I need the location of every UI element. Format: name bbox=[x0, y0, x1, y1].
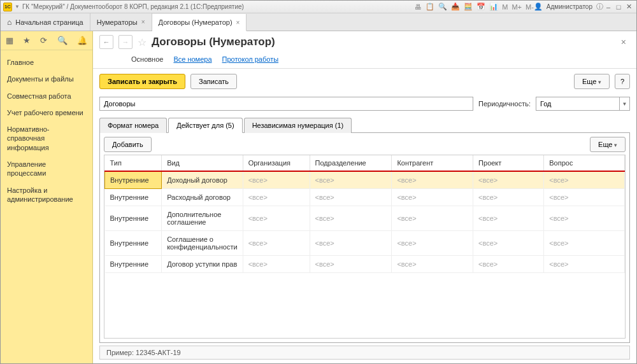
column-header[interactable]: Организация bbox=[243, 155, 310, 171]
window-close[interactable]: ✕ bbox=[624, 3, 634, 11]
cell-all[interactable]: <все> bbox=[544, 206, 625, 231]
sidebar-item[interactable]: Нормативно-справочная информация bbox=[1, 121, 92, 156]
sidebar-icon[interactable]: 🔔 bbox=[77, 36, 87, 45]
help-button[interactable]: ? bbox=[615, 74, 630, 89]
toolbar-icon[interactable]: 🧮 bbox=[464, 3, 473, 11]
cell-all[interactable]: <все> bbox=[243, 189, 310, 206]
cell-all[interactable]: <все> bbox=[473, 231, 544, 256]
cell-all[interactable]: <все> bbox=[392, 189, 473, 206]
dropdown-arrow-icon[interactable]: ▼ bbox=[619, 97, 629, 110]
cell-type[interactable]: Внутренние bbox=[105, 171, 162, 189]
column-header[interactable]: Проект bbox=[473, 155, 544, 171]
cell-all[interactable]: <все> bbox=[473, 206, 544, 231]
cell-all[interactable]: <все> bbox=[473, 189, 544, 206]
cell-all[interactable]: <все> bbox=[310, 171, 392, 189]
cell-all[interactable]: <все> bbox=[392, 256, 473, 273]
app-menu-dropdown[interactable]: ▼ bbox=[15, 4, 20, 10]
info-icon[interactable]: ⓘ bbox=[596, 2, 603, 11]
cell-all[interactable]: <все> bbox=[243, 256, 310, 273]
save-close-button[interactable]: Записать и закрыть bbox=[99, 74, 185, 89]
cell-type[interactable]: Внутренние bbox=[105, 189, 162, 206]
cell-all[interactable]: <все> bbox=[544, 256, 625, 273]
cell-type[interactable]: Внутренние bbox=[105, 206, 162, 231]
sidebar-icon[interactable]: ▦ bbox=[6, 36, 13, 45]
table-row[interactable]: ВнутренниеДополнительное соглашение<все>… bbox=[105, 206, 625, 231]
page-close-button[interactable]: × bbox=[617, 37, 630, 47]
sidebar-item[interactable]: Учет рабочего времени bbox=[1, 104, 92, 121]
subnav-link[interactable]: Основное bbox=[131, 55, 163, 63]
save-button[interactable]: Записать bbox=[190, 74, 237, 89]
document-tab[interactable]: Договоры (Нумератор)× bbox=[152, 14, 247, 31]
cell-kind[interactable]: Договор уступки прав bbox=[162, 256, 243, 273]
inner-more-button[interactable]: Еще bbox=[590, 137, 626, 152]
inner-tab[interactable]: Формат номера bbox=[99, 118, 167, 133]
document-tab[interactable]: ⌂Начальная страница bbox=[1, 13, 90, 31]
toolbar-icon[interactable]: 📥 bbox=[451, 3, 460, 11]
cell-kind[interactable]: Дополнительное соглашение bbox=[162, 206, 243, 231]
home-icon: ⌂ bbox=[7, 18, 11, 27]
cell-all[interactable]: <все> bbox=[310, 189, 392, 206]
nav-back-button[interactable]: ← bbox=[99, 35, 113, 49]
inner-tab[interactable]: Действует для (5) bbox=[168, 118, 242, 133]
cell-all[interactable]: <все> bbox=[392, 231, 473, 256]
cell-all[interactable]: <все> bbox=[473, 171, 544, 189]
cell-kind[interactable]: Соглашение о конфиденциальности bbox=[162, 231, 243, 256]
table-row[interactable]: ВнутренниеДоговор уступки прав<все><все>… bbox=[105, 256, 625, 273]
cell-all[interactable]: <все> bbox=[473, 256, 544, 273]
cell-all[interactable]: <все> bbox=[243, 206, 310, 231]
sidebar-icon[interactable]: 🔍 bbox=[57, 36, 68, 45]
table-row[interactable]: ВнутренниеСоглашение о конфиденциальност… bbox=[105, 231, 625, 256]
window-maximize[interactable]: □ bbox=[613, 3, 624, 11]
cell-all[interactable]: <все> bbox=[310, 206, 392, 231]
sidebar-item[interactable]: Настройка и администрирование bbox=[1, 182, 92, 208]
cell-all[interactable]: <все> bbox=[544, 171, 625, 189]
period-value[interactable] bbox=[536, 97, 619, 110]
subnav-link[interactable]: Все номера bbox=[173, 55, 211, 63]
cell-all[interactable]: <все> bbox=[310, 256, 392, 273]
toolbar-icon[interactable]: M- bbox=[526, 3, 534, 11]
sidebar-item[interactable]: Документы и файлы bbox=[1, 71, 92, 87]
cell-all[interactable]: <все> bbox=[544, 189, 625, 206]
cell-all[interactable]: <все> bbox=[544, 231, 625, 256]
more-button[interactable]: Еще bbox=[574, 74, 610, 89]
cell-all[interactable]: <все> bbox=[392, 171, 473, 189]
toolbar-icon[interactable]: 🔍 bbox=[438, 3, 447, 11]
toolbar-icon[interactable]: 📋 bbox=[426, 3, 434, 11]
column-header[interactable]: Подразделение bbox=[310, 155, 392, 171]
toolbar-icon[interactable]: M bbox=[502, 3, 508, 11]
period-select[interactable]: ▼ bbox=[536, 97, 630, 111]
cell-type[interactable]: Внутренние bbox=[105, 256, 162, 273]
cell-all[interactable]: <все> bbox=[392, 206, 473, 231]
sidebar-icon[interactable]: ★ bbox=[23, 36, 31, 45]
subnav-link[interactable]: Протокол работы bbox=[222, 55, 279, 63]
cell-kind[interactable]: Доходный договор bbox=[162, 171, 243, 189]
sidebar-icon[interactable]: ⟳ bbox=[40, 36, 47, 45]
toolbar-icon[interactable]: M+ bbox=[512, 3, 522, 11]
table-row[interactable]: ВнутренниеДоходный договор<все><все><все… bbox=[105, 171, 625, 189]
sidebar-item[interactable]: Управление процессами bbox=[1, 156, 92, 182]
sidebar-item[interactable]: Совместная работа bbox=[1, 88, 92, 104]
cell-all[interactable]: <все> bbox=[310, 231, 392, 256]
column-header[interactable]: Вид bbox=[162, 155, 243, 171]
column-header[interactable]: Вопрос bbox=[544, 155, 625, 171]
sidebar-item[interactable]: Главное bbox=[1, 54, 92, 71]
window-minimize[interactable]: – bbox=[603, 3, 613, 11]
toolbar-icon[interactable]: 🖶 bbox=[415, 3, 422, 11]
document-tab[interactable]: Нумераторы× bbox=[90, 13, 152, 31]
tab-close-icon[interactable]: × bbox=[141, 18, 145, 25]
toolbar-icon[interactable]: 📅 bbox=[476, 3, 485, 11]
add-button[interactable]: Добавить bbox=[104, 137, 152, 152]
column-header[interactable]: Контрагент bbox=[392, 155, 473, 171]
tab-label: Договоры (Нумератор) bbox=[159, 18, 233, 26]
inner-tab[interactable]: Независимая нумерация (1) bbox=[244, 118, 352, 133]
cell-all[interactable]: <все> bbox=[243, 231, 310, 256]
name-input[interactable] bbox=[99, 97, 473, 111]
cell-type[interactable]: Внутренние bbox=[105, 231, 162, 256]
toolbar-icon[interactable]: 📊 bbox=[489, 3, 498, 11]
cell-kind[interactable]: Расходный договор bbox=[162, 189, 243, 206]
cell-all[interactable]: <все> bbox=[243, 171, 310, 189]
table-row[interactable]: ВнутренниеРасходный договор<все><все><вс… bbox=[105, 189, 625, 206]
tab-close-icon[interactable]: × bbox=[236, 19, 240, 26]
column-header[interactable]: Тип bbox=[105, 155, 162, 171]
favorite-star-icon[interactable]: ☆ bbox=[138, 36, 147, 48]
